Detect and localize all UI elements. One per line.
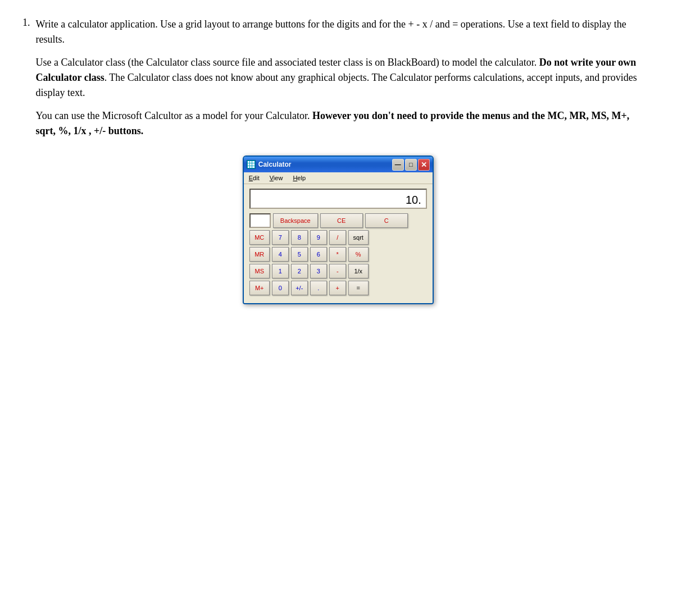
row-top: Backspace CE C [249, 213, 427, 228]
multiply-button[interactable]: * [329, 247, 346, 262]
equals-button[interactable]: = [348, 281, 369, 295]
minus-button[interactable]: - [329, 264, 346, 278]
close-button[interactable]: ✕ [418, 159, 430, 171]
percent-button[interactable]: % [348, 247, 369, 262]
three-button[interactable]: 3 [310, 264, 327, 278]
titlebar-buttons: — □ ✕ [392, 159, 430, 171]
menubar: Edit View Help [244, 172, 433, 184]
menu-view[interactable]: View [267, 173, 285, 182]
row-2: MC 7 8 9 / sqrt [249, 230, 427, 245]
paragraph-2: Use a Calculator class (the Calculator c… [36, 55, 641, 100]
row-3: MR 4 5 6 * % [249, 247, 427, 262]
plus-button[interactable]: + [329, 281, 346, 295]
minimize-button[interactable]: — [392, 159, 404, 171]
mr-button[interactable]: MR [249, 247, 270, 262]
menu-edit[interactable]: Edit [247, 173, 262, 182]
five-button[interactable]: 5 [291, 247, 308, 262]
paragraph-3: You can use the Microsoft Calcultor as a… [36, 108, 641, 139]
titlebar-left: Calculator [247, 160, 292, 169]
nine-button[interactable]: 9 [310, 230, 327, 245]
plus-minus-button[interactable]: +/- [291, 281, 308, 295]
mc-button[interactable]: MC [249, 230, 270, 245]
paragraph-1: Write a calculator application. Use a gr… [36, 17, 641, 47]
row-4: MS 1 2 3 - 1/x [249, 264, 427, 278]
six-button[interactable]: 6 [310, 247, 327, 262]
eight-button[interactable]: 8 [291, 230, 308, 245]
two-button[interactable]: 2 [291, 264, 308, 278]
ce-button[interactable]: CE [320, 213, 363, 228]
row-5: M+ 0 +/- . + = [249, 281, 427, 295]
window-title: Calculator [258, 161, 292, 168]
ms-button[interactable]: MS [249, 264, 270, 278]
four-button[interactable]: 4 [272, 247, 289, 262]
item-number: 1. [22, 17, 30, 315]
divide-button[interactable]: / [329, 230, 346, 245]
dot-button[interactable]: . [310, 281, 327, 295]
display-field: 10. [249, 189, 427, 209]
instructions-container: 1. Write a calculator application. Use a… [22, 17, 640, 315]
one-button[interactable]: 1 [272, 264, 289, 278]
calculator-body: 10. Backspace CE C MC 7 8 [244, 184, 433, 303]
seven-button[interactable]: 7 [272, 230, 289, 245]
memory-display [249, 213, 271, 228]
maximize-button[interactable]: □ [405, 159, 417, 171]
one-over-x-button[interactable]: 1/x [348, 264, 369, 278]
backspace-button[interactable]: Backspace [273, 213, 318, 228]
sqrt-button[interactable]: sqrt [348, 230, 369, 245]
numbered-item-1: 1. Write a calculator application. Use a… [22, 17, 640, 315]
menu-help[interactable]: Help [290, 173, 308, 182]
calculator-wrapper: Calculator — □ ✕ Edit View Help [36, 155, 641, 304]
calculator-window: Calculator — □ ✕ Edit View Help [243, 155, 434, 304]
mplus-button[interactable]: M+ [249, 281, 270, 295]
calculator-icon [247, 160, 256, 169]
zero-button[interactable]: 0 [272, 281, 289, 295]
item-content: Write a calculator application. Use a gr… [36, 17, 641, 315]
c-button[interactable]: C [365, 213, 408, 228]
titlebar: Calculator — □ ✕ [244, 157, 433, 172]
